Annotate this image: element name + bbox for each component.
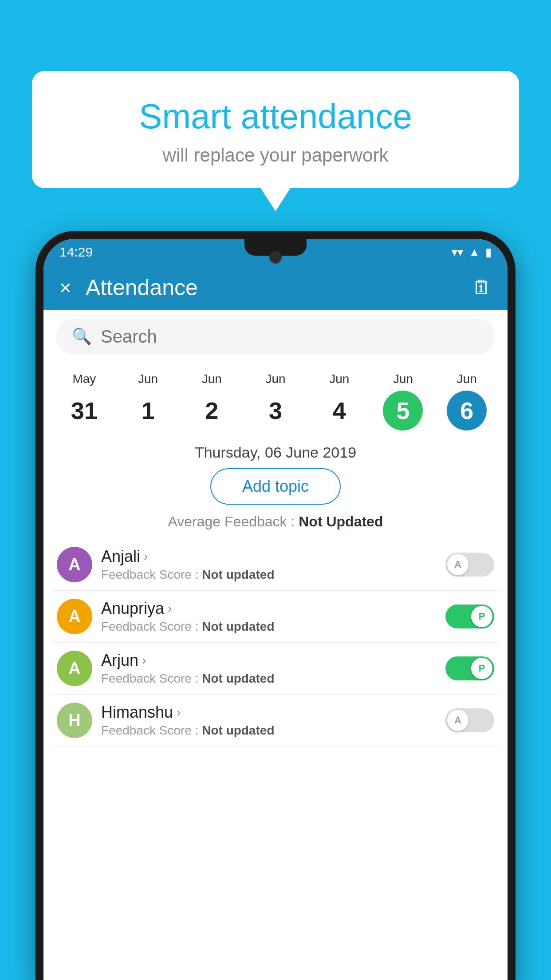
date-month: Jun [329, 372, 349, 386]
student-info: Anupriya ›Feedback Score : Not updated [101, 599, 437, 634]
app-bar-title: Attendance [86, 275, 458, 300]
date-strip: May31Jun1Jun2Jun3Jun4Jun5Jun6 [43, 363, 508, 435]
battery-icon: ▮ [485, 245, 492, 259]
search-input[interactable] [101, 327, 479, 347]
bubble-title: Smart attendance [59, 98, 492, 136]
attendance-toggle[interactable]: P [445, 656, 494, 680]
date-number[interactable]: 3 [256, 391, 295, 431]
toggle-knob: A [447, 710, 468, 731]
date-item[interactable]: Jun5 [371, 368, 435, 435]
student-name[interactable]: Anupriya › [101, 599, 437, 618]
toggle-knob: P [471, 606, 492, 627]
speech-bubble: Smart attendance will replace your paper… [32, 71, 519, 188]
status-time: 14:29 [59, 245, 93, 260]
attendance-toggle[interactable]: A [445, 553, 494, 577]
date-number[interactable]: 1 [128, 391, 168, 431]
date-item[interactable]: Jun4 [307, 368, 371, 435]
date-month: Jun [265, 372, 285, 386]
attendance-toggle[interactable]: A [445, 708, 494, 732]
student-feedback: Feedback Score : Not updated [101, 672, 437, 686]
date-number[interactable]: 5 [383, 391, 423, 431]
avatar: A [57, 547, 92, 582]
chevron-icon: › [168, 601, 172, 616]
date-number[interactable]: 31 [64, 391, 104, 431]
avg-feedback-value: Not Updated [299, 514, 383, 530]
avatar: A [57, 651, 92, 686]
student-feedback: Feedback Score : Not updated [101, 620, 437, 634]
add-topic-button[interactable]: Add topic [210, 468, 341, 505]
date-number[interactable]: 6 [447, 391, 487, 431]
toggle-knob: A [447, 554, 468, 575]
date-month: May [72, 372, 96, 386]
student-item: HHimanshu ›Feedback Score : Not updatedA [52, 695, 499, 747]
phone-notch [244, 239, 307, 256]
close-button[interactable]: × [59, 276, 71, 300]
chevron-icon: › [144, 549, 148, 564]
phone-screen: 14:29 ▾▾ ▲ ▮ × Attendance 🗓 🔍 May31Jun1J… [43, 239, 508, 980]
selected-date-label: Thursday, 06 June 2019 [43, 444, 508, 461]
toggle-wrap[interactable]: A [445, 708, 494, 732]
avg-feedback: Average Feedback : Not Updated [43, 514, 508, 530]
avatar: H [57, 703, 92, 738]
student-item: AAnjali ›Feedback Score : Not updatedA [52, 539, 499, 591]
date-month: Jun [138, 372, 158, 386]
date-item[interactable]: May31 [52, 368, 116, 435]
avatar: A [57, 599, 92, 634]
date-item[interactable]: Jun2 [180, 368, 244, 435]
student-list: AAnjali ›Feedback Score : Not updatedAAA… [43, 539, 508, 747]
date-item[interactable]: Jun6 [435, 368, 499, 435]
app-bar: × Attendance 🗓 [43, 265, 508, 310]
chevron-icon: › [142, 653, 146, 668]
date-item[interactable]: Jun3 [244, 368, 307, 435]
avg-feedback-label: Average Feedback : [168, 514, 299, 530]
date-month: Jun [202, 372, 222, 386]
phone-frame: 14:29 ▾▾ ▲ ▮ × Attendance 🗓 🔍 May31Jun1J… [35, 231, 516, 980]
phone-camera [269, 251, 282, 264]
date-month: Jun [393, 372, 413, 386]
date-number[interactable]: 2 [192, 391, 232, 431]
calendar-icon[interactable]: 🗓 [472, 277, 492, 299]
student-item: AArjun ›Feedback Score : Not updatedP [52, 643, 499, 695]
toggle-wrap[interactable]: A [445, 553, 494, 577]
student-name[interactable]: Arjun › [101, 651, 437, 670]
search-bar[interactable]: 🔍 [56, 319, 495, 354]
student-info: Arjun ›Feedback Score : Not updated [101, 651, 437, 686]
date-number[interactable]: 4 [319, 391, 359, 431]
bubble-subtitle: will replace your paperwork [59, 145, 492, 166]
status-icons: ▾▾ ▲ ▮ [452, 245, 492, 259]
student-name[interactable]: Himanshu › [101, 703, 437, 722]
wifi-icon: ▾▾ [452, 245, 463, 259]
search-icon: 🔍 [72, 327, 92, 346]
signal-icon: ▲ [468, 245, 480, 259]
toggle-wrap[interactable]: P [445, 605, 494, 628]
chevron-icon: › [177, 705, 181, 719]
date-month: Jun [457, 372, 477, 386]
date-item[interactable]: Jun1 [116, 368, 180, 435]
toggle-wrap[interactable]: P [445, 656, 494, 680]
toggle-knob: P [471, 658, 492, 679]
student-feedback: Feedback Score : Not updated [101, 568, 437, 582]
student-feedback: Feedback Score : Not updated [101, 723, 437, 738]
student-info: Anjali ›Feedback Score : Not updated [101, 547, 437, 582]
student-name[interactable]: Anjali › [101, 547, 437, 566]
student-info: Himanshu ›Feedback Score : Not updated [101, 703, 437, 738]
student-item: AAnupriya ›Feedback Score : Not updatedP [52, 591, 499, 643]
attendance-toggle[interactable]: P [445, 605, 494, 628]
